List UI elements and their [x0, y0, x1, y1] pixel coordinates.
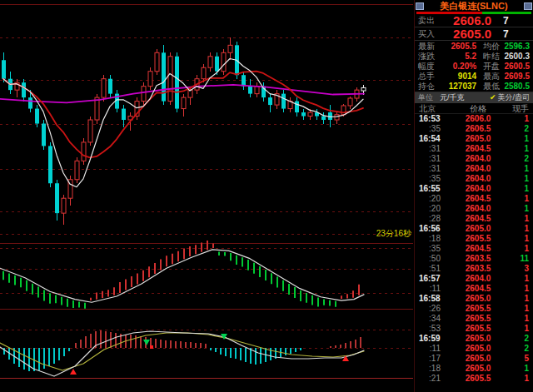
tape-row[interactable]: :182605.51 [415, 234, 533, 244]
tape-row[interactable]: :202604.51 [415, 194, 533, 204]
trade-volume: 1 [507, 144, 529, 154]
tape-row[interactable]: :202604.01 [415, 204, 533, 214]
tape-row[interactable]: :312604.02 [415, 154, 533, 164]
stats-grid: 最新 2605.5 均价 2596.3 涨跌 5.2 昨结 2600.3 幅度 … [415, 41, 533, 92]
stat-value-open: 2600.5 [504, 62, 530, 72]
tape-col-volume: 现手 [507, 103, 529, 113]
panel-left-window-icon[interactable] [416, 2, 424, 10]
trade-volume: 1 [507, 204, 529, 214]
trade-volume: 1 [507, 314, 529, 324]
trade-time: :31 [419, 164, 449, 174]
trade-time: :11 [419, 344, 449, 354]
tape-row[interactable]: :342605.51 [415, 314, 533, 324]
tape-row[interactable]: 16:582605.01 [415, 294, 533, 304]
panel-right-window-icon[interactable] [524, 2, 532, 10]
trade-price: 2603.5 [449, 264, 507, 274]
trade-volume: 1 [507, 214, 529, 224]
stat-value-open-interest: 127037 [439, 82, 476, 92]
trade-volume: 1 [507, 324, 529, 334]
chart-svg[interactable] [0, 0, 414, 392]
trade-time: :21 [419, 374, 449, 384]
stat-value-low: 2580.5 [504, 82, 530, 92]
trade-time: :18 [419, 364, 449, 374]
unit-row: 单位 元/千克 ✔美分/盎司 [415, 92, 533, 103]
trade-volume: 1 [507, 274, 529, 284]
trade-price: 2605.0 [449, 294, 507, 304]
tape-row[interactable]: 16:552604.01 [415, 184, 533, 194]
tape-row[interactable]: 16:572604.01 [415, 274, 533, 284]
tape-row[interactable]: :512603.53 [415, 264, 533, 274]
trade-price: 2605.5 [449, 324, 507, 334]
ask-price: 2606.0 [440, 13, 491, 27]
trade-volume: 2 [507, 344, 529, 354]
tape-row[interactable]: :212605.51 [415, 374, 533, 384]
trading-terminal-window: 23分16秒 美白银连(SLNC) 卖出 2606.0 7 买入 2605.0 … [0, 0, 533, 392]
trade-volume: 1 [507, 224, 529, 234]
tape-header: 北京 价格 现手 [415, 103, 533, 114]
trade-volume: 2 [507, 154, 529, 164]
ask-row[interactable]: 卖出 2606.0 7 [415, 14, 533, 27]
trade-time: :17 [419, 354, 449, 364]
tape-row[interactable]: :352604.51 [415, 244, 533, 254]
tape-row[interactable]: :182605.01 [415, 364, 533, 374]
trade-time: :18 [419, 234, 449, 244]
trade-price: 2605.5 [449, 314, 507, 324]
trade-time: :50 [419, 254, 449, 264]
tape-row[interactable]: :502603.511 [415, 254, 533, 264]
trade-volume: 1 [507, 184, 529, 194]
trade-time: 16:56 [419, 224, 449, 234]
tape-row[interactable]: 16:562605.01 [415, 224, 533, 234]
tape-row[interactable]: :312604.51 [415, 144, 533, 154]
tape-row[interactable]: 16:542605.01 [415, 134, 533, 144]
trade-price: 2604.5 [449, 194, 507, 204]
tape-row[interactable]: :312604.01 [415, 164, 533, 174]
trade-volume: 1 [507, 164, 529, 174]
tape-row[interactable]: :112604.51 [415, 284, 533, 294]
trade-price: 2604.5 [449, 144, 507, 154]
quote-panel: 美白银连(SLNC) 卖出 2606.0 7 买入 2605.0 7 最新 26… [414, 0, 533, 392]
stat-row: 涨跌 5.2 昨结 2600.3 [415, 52, 533, 62]
tape-row[interactable]: :262605.51 [415, 304, 533, 314]
stat-label-total-volume: 总手 [418, 72, 439, 82]
tape-row[interactable]: :352606.52 [415, 124, 533, 134]
trade-price: 2605.5 [449, 234, 507, 244]
stat-label-latest: 最新 [418, 42, 439, 52]
tape-row[interactable]: 16:592605.02 [415, 334, 533, 344]
trade-time: :20 [419, 194, 449, 204]
tape-row[interactable]: :352604.01 [415, 174, 533, 184]
trade-volume: 1 [507, 194, 529, 204]
unit-label: 单位 [418, 92, 440, 103]
trade-volume: 1 [507, 134, 529, 144]
stat-label-range-pct: 幅度 [418, 62, 439, 72]
trade-volume: 1 [507, 174, 529, 184]
ask-volume: 7 [503, 15, 509, 27]
trade-time: :31 [419, 154, 449, 164]
stat-row: 最新 2605.5 均价 2596.3 [415, 42, 533, 52]
stat-value-range-pct: 0.20% [439, 62, 476, 72]
unit-toggle-checkbox[interactable]: ✔美分/盎司 [490, 92, 530, 103]
trade-time: :35 [419, 244, 449, 254]
trade-volume: 5 [507, 354, 529, 364]
trade-volume: 1 [507, 364, 529, 374]
tape-row[interactable]: :112605.02 [415, 344, 533, 354]
stat-row: 幅度 0.20% 开盘 2600.5 [415, 62, 533, 72]
trade-price: 2604.0 [449, 184, 507, 194]
trade-time: :51 [419, 264, 449, 274]
stat-row: 持仓 127037 最低 2580.5 [415, 82, 533, 92]
trade-price: 2605.5 [449, 374, 507, 384]
trade-price: 2604.5 [449, 214, 507, 224]
trade-time: :26 [419, 304, 449, 314]
tape-row[interactable]: 16:532606.01 [415, 114, 533, 124]
trade-time: :11 [419, 284, 449, 294]
trade-price: 2604.0 [449, 204, 507, 214]
kline-chart-area[interactable]: 23分16秒 [0, 0, 414, 392]
tape-row[interactable]: :282604.51 [415, 214, 533, 224]
stat-value-high: 2609.5 [504, 72, 530, 82]
trade-price: 2606.0 [449, 114, 507, 124]
tape-row[interactable]: :172605.05 [415, 354, 533, 364]
bid-row[interactable]: 买入 2605.0 7 [415, 27, 533, 41]
trade-price: 2605.0 [449, 334, 507, 344]
tape-row[interactable]: :532605.51 [415, 324, 533, 334]
trade-volume: 1 [507, 374, 529, 384]
ask-label: 卖出 [418, 15, 440, 27]
